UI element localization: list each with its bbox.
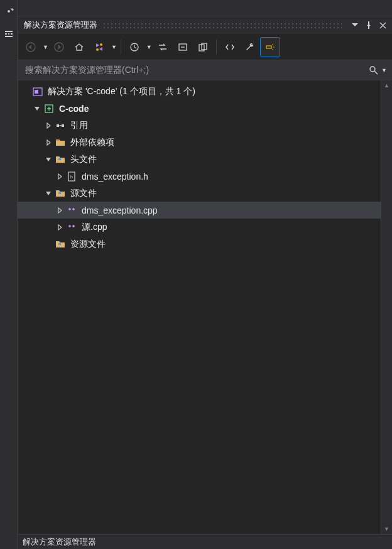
- solution-tree[interactable]: 解决方案 'C-code' (1 个项目，共 1 个)C-code引用外部依赖项…: [18, 80, 381, 534]
- toolbar-separator: [121, 40, 121, 55]
- tree-area: 解决方案 'C-code' (1 个项目，共 1 个)C-code引用外部依赖项…: [18, 80, 392, 534]
- tree-item-label: 源文件: [70, 188, 97, 199]
- search-input[interactable]: 搜索解决方案资源管理器(Ctrl+;) ▼: [18, 60, 392, 80]
- sources-folder[interactable]: 源文件: [18, 185, 381, 202]
- show-all-files-button[interactable]: [193, 38, 212, 57]
- search-icon[interactable]: ▼: [369, 65, 387, 75]
- view-code-button[interactable]: [220, 38, 239, 57]
- folder-icon: [54, 239, 67, 249]
- panel-title: 解决方案资源管理器: [24, 19, 97, 31]
- grip-dots[interactable]: [102, 22, 342, 28]
- settings-icon[interactable]: [3, 5, 15, 18]
- project-icon: [43, 104, 55, 114]
- dropdown-arrow-icon[interactable]: [349, 19, 361, 31]
- tree-item-label: 解决方案 'C-code' (1 个项目，共 1 个): [48, 86, 195, 97]
- file-dms-exception-cpp[interactable]: dms_exception.cpp: [18, 202, 381, 219]
- file-dms-exception-h[interactable]: hdms_exception.h: [18, 168, 381, 185]
- svg-point-9: [370, 67, 375, 72]
- chevron-collapsed-icon[interactable]: [44, 139, 53, 146]
- chevron-expanded-icon[interactable]: [44, 156, 53, 163]
- cpp-icon: [65, 222, 78, 232]
- switch-views-button[interactable]: [90, 38, 109, 57]
- svg-point-3: [96, 48, 99, 51]
- file-yuan-cpp[interactable]: 源.cpp: [18, 219, 381, 236]
- references-icon: [54, 121, 67, 131]
- headers-folder[interactable]: 头文件: [18, 151, 381, 168]
- panel-title-bar: 解决方案资源管理器: [18, 16, 392, 34]
- cpp-icon: [65, 205, 78, 215]
- solution-node[interactable]: 解决方案 'C-code' (1 个项目，共 1 个): [18, 83, 381, 100]
- chevron-down-icon: ▼: [381, 67, 387, 73]
- tree-item-label: 外部依赖项: [70, 137, 114, 148]
- sync-button[interactable]: [153, 38, 172, 57]
- forward-button: [50, 38, 68, 57]
- references-node[interactable]: 引用: [18, 117, 381, 134]
- pending-changes-filter-button[interactable]: [125, 38, 144, 57]
- svg-rect-8: [266, 46, 271, 48]
- chevron-collapsed-icon[interactable]: [44, 122, 53, 129]
- scrollbar-track[interactable]: [381, 90, 392, 524]
- back-button: [21, 38, 40, 57]
- switch-views-dropdown-icon[interactable]: ▼: [111, 44, 117, 50]
- home-button[interactable]: [70, 38, 89, 57]
- tree-item-label: 资源文件: [70, 239, 106, 250]
- close-icon[interactable]: [377, 19, 388, 31]
- external-deps-node[interactable]: 外部依赖项: [18, 134, 381, 151]
- tree-item-label: 引用: [70, 120, 88, 131]
- toolbar-separator: [216, 40, 217, 55]
- chevron-expanded-icon[interactable]: [33, 106, 41, 112]
- panel-toolbar: ▼ ▼ ▼: [18, 34, 392, 60]
- tree-item-label: 头文件: [70, 154, 97, 165]
- svg-point-2: [100, 43, 102, 46]
- chevron-collapsed-icon[interactable]: [55, 224, 64, 231]
- svg-rect-13: [57, 124, 59, 127]
- resources-folder[interactable]: 资源文件: [18, 236, 381, 253]
- tree-item-label: 源.cpp: [82, 222, 107, 233]
- solution-icon: [31, 87, 44, 97]
- project-node[interactable]: C-code: [18, 100, 381, 117]
- solution-explorer-panel: 解决方案资源管理器 ▼ ▼ ▼: [18, 0, 392, 549]
- properties-button[interactable]: [241, 38, 259, 57]
- panel-footer-tab[interactable]: 解决方案资源管理器: [18, 534, 392, 549]
- ide-left-rail: [0, 0, 18, 549]
- header-icon: h: [65, 171, 78, 182]
- chevron-collapsed-icon[interactable]: [55, 207, 64, 214]
- toolbox-icon[interactable]: [3, 28, 15, 40]
- folder-icon: [54, 155, 67, 165]
- scroll-down-icon[interactable]: ▼: [384, 524, 389, 534]
- chevron-expanded-icon[interactable]: [44, 190, 53, 197]
- svg-text:h: h: [70, 175, 73, 179]
- tree-item-label: dms_exception.cpp: [82, 205, 158, 215]
- vertical-scrollbar[interactable]: ▲ ▼: [381, 80, 392, 534]
- blank-header: [18, 0, 392, 16]
- folder-icon: [54, 188, 67, 198]
- footer-tab-label: 解决方案资源管理器: [23, 536, 96, 548]
- search-placeholder: 搜索解决方案资源管理器(Ctrl+;): [23, 65, 369, 76]
- preview-button[interactable]: [261, 38, 280, 57]
- svg-rect-14: [62, 124, 64, 127]
- tree-item-label: C-code: [59, 104, 89, 114]
- tree-item-label: dms_exception.h: [82, 171, 148, 182]
- scroll-up-icon[interactable]: ▲: [384, 80, 389, 90]
- back-dropdown-icon[interactable]: ▼: [43, 44, 48, 50]
- collapse-all-button[interactable]: [173, 38, 192, 57]
- external-icon: [54, 138, 67, 148]
- chevron-collapsed-icon[interactable]: [55, 173, 64, 180]
- pin-icon[interactable]: [363, 19, 374, 31]
- svg-rect-11: [35, 90, 38, 94]
- filter-dropdown-icon[interactable]: ▼: [146, 44, 152, 50]
